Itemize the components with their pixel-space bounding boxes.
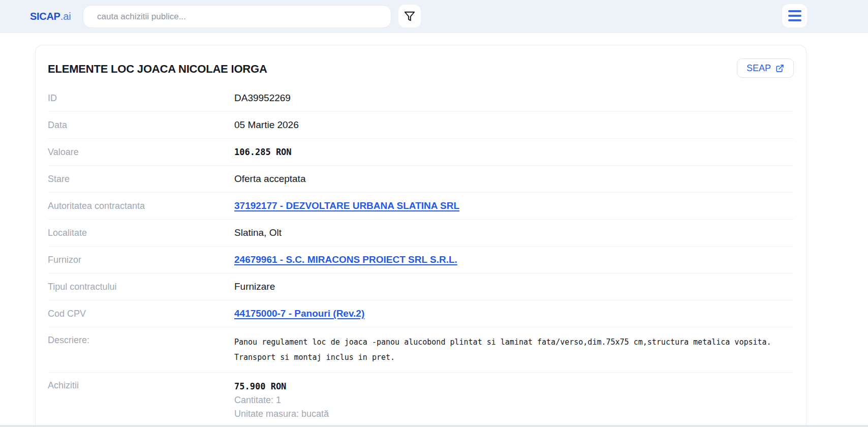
row-link[interactable]: 24679961 - S.C. MIRACONS PROIECT SRL S.R… xyxy=(234,254,457,265)
row-value: 106.285 RON xyxy=(234,146,292,158)
row-label: Autoritatea contractanta xyxy=(48,200,234,211)
bottom-edge xyxy=(0,425,868,427)
row-label: Achizitii xyxy=(48,380,234,391)
purchase-unit: Unitate masura: bucată xyxy=(234,407,342,421)
logo-brand: SICAP xyxy=(30,11,60,22)
detail-row: Tipul contractuluiFurnizare xyxy=(48,273,794,300)
row-value: Furnizare xyxy=(234,281,275,292)
hamburger-icon xyxy=(788,10,801,21)
procurement-card: ELEMENTE LOC JOACA NICOLAE IORGA SEAP ID… xyxy=(35,45,807,427)
row-value: 75.900 RONCantitate: 1Unitate masura: bu… xyxy=(234,380,342,427)
filter-button[interactable] xyxy=(398,5,421,27)
row-value: 24679961 - S.C. MIRACONS PROIECT SRL S.R… xyxy=(234,254,457,265)
top-bar: SICAP.ai xyxy=(0,0,868,33)
card-header: ELEMENTE LOC JOACA NICOLAE IORGA SEAP xyxy=(48,58,794,78)
row-value: 05 Martie 2026 xyxy=(234,119,299,131)
sicap-logo[interactable]: SICAP.ai xyxy=(30,0,71,33)
logo-suffix: .ai xyxy=(60,11,71,22)
row-value: Panou regulament loc de joaca -panou alu… xyxy=(234,334,771,365)
detail-row: Furnizor24679961 - S.C. MIRACONS PROIECT… xyxy=(48,247,794,273)
row-label: Cod CPV xyxy=(48,308,234,319)
row-label: ID xyxy=(48,93,234,104)
detail-row: Valoare106.285 RON xyxy=(48,139,794,166)
detail-row: Descriere:Panou regulament loc de joaca … xyxy=(48,327,794,373)
row-label: Tipul contractului xyxy=(48,281,234,292)
description-line: Panou regulament loc de joaca -panou alu… xyxy=(234,334,771,350)
menu-button[interactable] xyxy=(782,4,807,27)
row-value: 37192177 - DEZVOLTARE URBANA SLATINA SRL xyxy=(234,200,459,211)
detail-row: Achizitii75.900 RONCantitate: 1Unitate m… xyxy=(48,373,794,427)
row-label: Localitate xyxy=(48,227,234,238)
seap-button[interactable]: SEAP xyxy=(737,58,794,78)
search-input[interactable] xyxy=(83,5,391,28)
purchase-quantity: Cantitate: 1 xyxy=(234,393,342,407)
detail-row: StareOferta acceptata xyxy=(48,166,794,193)
detail-row: IDDA39952269 xyxy=(48,85,794,112)
value-amount: 106.285 RON xyxy=(234,147,292,157)
detail-row: LocalitateSlatina, Olt xyxy=(48,220,794,247)
detail-row: Data05 Martie 2026 xyxy=(48,112,794,139)
detail-rows: IDDA39952269Data05 Martie 2026Valoare106… xyxy=(48,85,794,427)
row-link[interactable]: 44175000-7 - Panouri (Rev.2) xyxy=(234,308,364,319)
detail-row: Cod CPV44175000-7 - Panouri (Rev.2) xyxy=(48,300,794,327)
external-link-icon xyxy=(776,64,784,73)
row-value: Oferta acceptata xyxy=(234,173,305,185)
row-label: Furnizor xyxy=(48,254,234,265)
seap-button-label: SEAP xyxy=(747,63,771,74)
row-value: 44175000-7 - Panouri (Rev.2) xyxy=(234,308,364,319)
funnel-icon xyxy=(404,11,415,22)
purchase-price: 75.900 RON xyxy=(234,380,342,393)
description-line: Transport si montaj inclus in pret. xyxy=(234,350,771,365)
row-value: DA39952269 xyxy=(234,93,291,104)
detail-row: Autoritatea contractanta37192177 - DEZVO… xyxy=(48,193,794,220)
row-label: Stare xyxy=(48,173,234,185)
row-label: Data xyxy=(48,119,234,131)
row-value: Slatina, Olt xyxy=(234,227,282,238)
row-link[interactable]: 37192177 - DEZVOLTARE URBANA SLATINA SRL xyxy=(234,200,459,211)
page-title: ELEMENTE LOC JOACA NICOLAE IORGA xyxy=(48,58,267,76)
row-label: Valoare xyxy=(48,146,234,158)
row-label: Descriere: xyxy=(48,334,234,346)
